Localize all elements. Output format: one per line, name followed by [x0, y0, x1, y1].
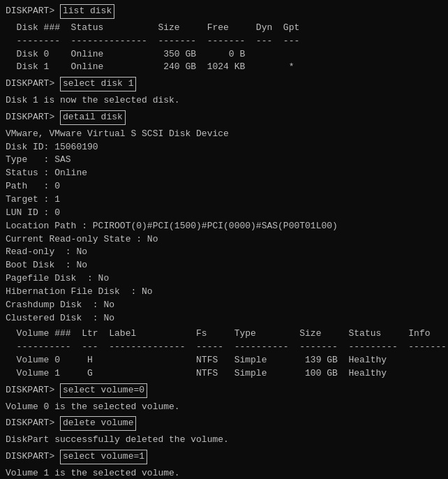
prompt-line: DISKPART> detail disk [6, 110, 442, 125]
prompt-text: DISKPART> [6, 111, 60, 124]
output-line: Disk ID: 15060190 [6, 141, 442, 154]
command-text: select volume=0 [60, 383, 147, 398]
prompt-line: DISKPART> select volume=0 [6, 383, 442, 398]
prompt-line: DISKPART> select disk 1 [6, 77, 442, 91]
output-line: Disk 1 Online 240 GB 1024 KB * [6, 61, 442, 74]
output-line: Volume ### Ltr Label Fs Type Size Status… [6, 327, 442, 341]
command-text: list disk [60, 4, 114, 19]
prompt-text: DISKPART> [6, 384, 60, 397]
output-line: Location Path : PCIROOT(0)#PCI(1500)#PCI… [6, 220, 442, 233]
output-line: -------- -------------- ------- ------- … [6, 35, 442, 48]
output-line: Read-only : No [6, 246, 442, 259]
output-line: Disk 0 Online 350 GB 0 B [6, 48, 442, 61]
output-line: Disk 1 is now the selected disk. [6, 94, 442, 108]
prompt-line: DISKPART> select volume=1 [6, 450, 442, 464]
output-line: Volume 1 is the selected volume. [6, 467, 442, 479]
prompt-line: DISKPART> list disk [6, 4, 442, 19]
output-line: VMware, VMware Virtual S SCSI Disk Devic… [6, 128, 442, 141]
output-line: Volume 0 is the selected volume. [6, 401, 442, 414]
output-line: Pagefile Disk : No [6, 272, 442, 286]
output-line: Path : 0 [6, 180, 442, 193]
output-line: ---------- --- -------------- ----- ----… [6, 341, 442, 354]
output-line: Status : Online [6, 167, 442, 180]
prompt-text: DISKPART> [6, 78, 60, 91]
command-text: select disk 1 [60, 77, 136, 91]
output-line: Volume 1 G NTFS Simple 100 GB Healthy [6, 367, 442, 381]
output-line: LUN ID : 0 [6, 207, 442, 220]
command-text: detail disk [60, 110, 126, 125]
output-line: DiskPart successfully deleted the volume… [6, 434, 442, 447]
output-line: Hibernation File Disk : No [6, 286, 442, 299]
prompt-text: DISKPART> [6, 5, 60, 18]
output-line: Target : 1 [6, 193, 442, 207]
output-line: Type : SAS [6, 154, 442, 167]
terminal-window: DISKPART> list disk Disk ### Status Size… [6, 4, 442, 479]
prompt-text: DISKPART> [6, 417, 60, 430]
output-line: Crashdump Disk : No [6, 299, 442, 312]
output-line: Volume 0 H NTFS Simple 139 GB Healthy [6, 354, 442, 367]
output-line: Clustered Disk : No [6, 312, 442, 325]
output-line: Disk ### Status Size Free Dyn Gpt [6, 22, 442, 35]
output-line: Current Read-only State : No [6, 233, 442, 246]
prompt-text: DISKPART> [6, 450, 60, 464]
command-text: select volume=1 [60, 450, 147, 464]
command-text: delete volume [60, 416, 136, 431]
output-line: Boot Disk : No [6, 259, 442, 272]
prompt-line: DISKPART> delete volume [6, 416, 442, 431]
